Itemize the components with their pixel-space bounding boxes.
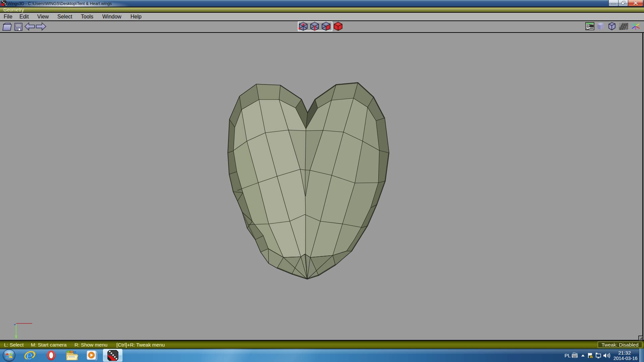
svg-text:e: e [26,350,33,361]
